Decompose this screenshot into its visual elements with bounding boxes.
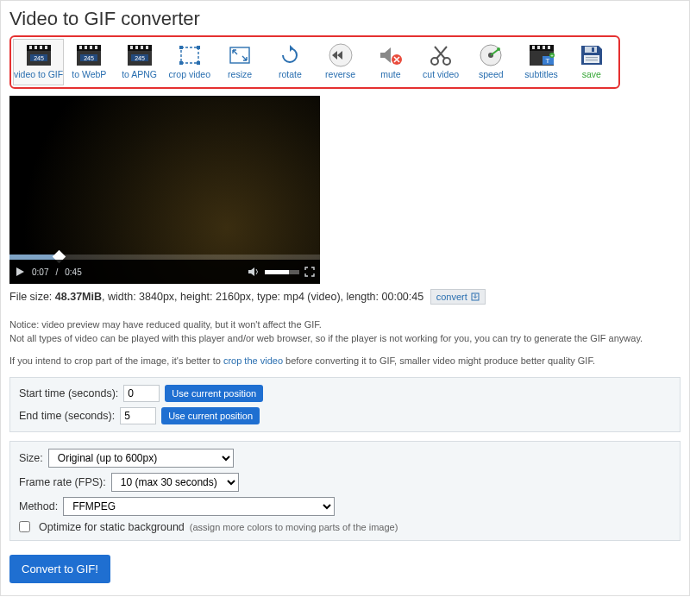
- svg-rect-50: [586, 57, 598, 58]
- svg-rect-48: [592, 47, 594, 52]
- volume-icon[interactable]: [248, 267, 260, 277]
- video-preview[interactable]: 0:07 / 0:45: [9, 96, 320, 284]
- use-current-start-button[interactable]: Use current position: [165, 385, 263, 402]
- convert-button[interactable]: Convert to GIF!: [9, 555, 110, 583]
- tool-label: video to GIF: [14, 69, 63, 79]
- optimize-checkbox[interactable]: [19, 521, 30, 532]
- svg-rect-39: [532, 46, 535, 49]
- svg-text:T: T: [545, 57, 549, 65]
- tool-crop-video[interactable]: crop video: [165, 39, 215, 85]
- tool-cut-video[interactable]: cut video: [416, 39, 466, 85]
- size-select[interactable]: Original (up to 600px): [48, 449, 234, 468]
- svg-rect-19: [135, 46, 138, 49]
- end-time-label: End time (seconds):: [19, 410, 115, 422]
- svg-rect-28: [197, 61, 200, 65]
- svg-rect-2: [29, 46, 32, 49]
- svg-rect-21: [146, 46, 148, 49]
- tool-rotate[interactable]: rotate: [265, 39, 315, 85]
- svg-point-36: [497, 47, 500, 51]
- tool-to-apng[interactable]: 245 to APNG: [114, 39, 164, 85]
- tool-label: rotate: [279, 69, 302, 79]
- svg-rect-10: [79, 46, 82, 49]
- tool-label: to APNG: [122, 69, 157, 79]
- scissors-icon: [426, 43, 455, 67]
- tool-resize[interactable]: resize: [215, 39, 265, 85]
- video-controls: 0:07 / 0:45: [9, 260, 320, 284]
- tool-save[interactable]: save: [567, 39, 617, 85]
- clapperboard-icon: 245: [24, 43, 53, 67]
- svg-rect-49: [584, 55, 599, 63]
- svg-rect-41: [543, 46, 545, 49]
- svg-rect-13: [95, 46, 97, 49]
- start-time-label: Start time (seconds):: [19, 387, 118, 399]
- method-label: Method:: [19, 500, 58, 512]
- tool-label: to WebP: [72, 69, 106, 79]
- notice-text: Notice: video preview may have reduced q…: [9, 318, 681, 368]
- mute-icon: [376, 43, 405, 67]
- settings-panel: Size: Original (up to 600px) Frame rate …: [9, 441, 681, 541]
- svg-rect-11: [85, 46, 87, 49]
- svg-rect-25: [179, 46, 183, 49]
- svg-text:245: 245: [84, 55, 94, 61]
- page-title: Video to GIF converter: [1, 1, 689, 35]
- use-current-end-button[interactable]: Use current position: [161, 407, 260, 424]
- svg-rect-51: [586, 60, 598, 60]
- time-separator: /: [55, 267, 58, 277]
- svg-text:245: 245: [135, 55, 145, 61]
- optimize-hint: (assign more colors to moving parts of t…: [190, 522, 398, 532]
- tool-label: resize: [228, 69, 252, 79]
- tool-label: speed: [479, 69, 504, 79]
- convert-chip[interactable]: convert: [430, 289, 486, 305]
- size-label: Size:: [19, 452, 43, 464]
- floppy-disk-icon: [577, 43, 606, 67]
- tool-speed[interactable]: speed: [466, 39, 516, 85]
- time-panel: Start time (seconds): Use current positi…: [9, 377, 681, 432]
- tool-label: cut video: [423, 69, 459, 79]
- toolbar-highlight: 245 video to GIF 245 to WebP 245 to APNG: [9, 35, 620, 89]
- svg-rect-40: [537, 46, 540, 49]
- play-button[interactable]: [15, 267, 25, 277]
- speed-icon: [476, 43, 505, 67]
- time-current: 0:07: [32, 267, 48, 277]
- svg-rect-26: [197, 46, 200, 49]
- rewind-icon: [326, 43, 355, 67]
- time-duration: 0:45: [65, 267, 81, 277]
- svg-rect-4: [40, 46, 42, 49]
- method-select[interactable]: FFMPEG: [63, 497, 335, 516]
- clapperboard-icon: 245: [74, 43, 104, 67]
- svg-text:245: 245: [34, 55, 44, 61]
- start-time-input[interactable]: [123, 385, 160, 402]
- download-icon: [471, 292, 480, 301]
- optimize-label: Optimize for static background: [39, 521, 185, 533]
- resize-icon: [225, 43, 254, 67]
- fps-select[interactable]: 10 (max 30 seconds): [111, 473, 239, 492]
- svg-rect-5: [45, 46, 47, 49]
- rotate-icon: [275, 43, 304, 67]
- svg-rect-42: [548, 46, 550, 49]
- toolbar: 245 video to GIF 245 to WebP 245 to APNG: [13, 39, 617, 85]
- svg-rect-20: [141, 46, 143, 49]
- svg-rect-18: [130, 46, 133, 49]
- file-info: File size: 48.37MiB, width: 3840px, heig…: [1, 284, 689, 308]
- end-time-input[interactable]: [120, 407, 156, 424]
- svg-rect-3: [34, 46, 37, 49]
- tool-subtitles[interactable]: T+ subtitles: [516, 39, 566, 85]
- file-size: 48.37MiB: [55, 291, 102, 303]
- volume-slider[interactable]: [265, 270, 299, 274]
- tool-label: subtitles: [524, 69, 558, 79]
- tool-label: crop video: [169, 69, 210, 79]
- crop-video-link[interactable]: crop the video: [223, 355, 283, 366]
- tool-to-webp[interactable]: 245 to WebP: [64, 39, 114, 85]
- clapperboard-icon: 245: [125, 43, 154, 67]
- tool-reverse[interactable]: reverse: [315, 39, 365, 85]
- subtitles-icon: T+: [527, 43, 556, 67]
- fps-label: Frame rate (FPS):: [19, 476, 106, 488]
- svg-rect-47: [585, 47, 597, 53]
- crop-icon: [175, 43, 204, 67]
- svg-text:+: +: [550, 53, 554, 58]
- svg-rect-27: [179, 61, 183, 65]
- fullscreen-button[interactable]: [304, 267, 315, 277]
- tool-video-to-gif[interactable]: 245 video to GIF: [13, 39, 64, 85]
- svg-rect-24: [181, 47, 198, 63]
- tool-mute[interactable]: mute: [366, 39, 416, 85]
